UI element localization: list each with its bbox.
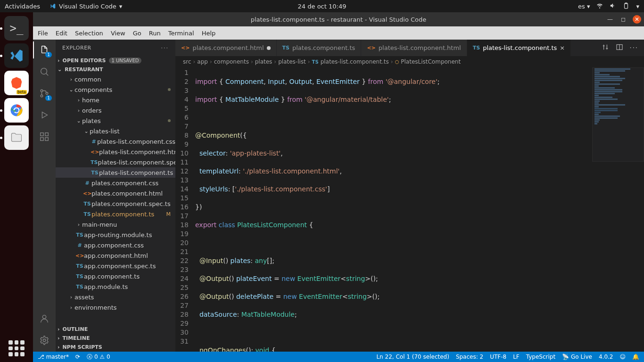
close-button[interactable]: ✕ [633, 15, 641, 24]
cursor-position[interactable]: Ln 22, Col 1 (70 selected) [376, 354, 449, 360]
tab-plates-html[interactable]: <>plates.component.html [175, 40, 277, 56]
file-plates-list-spec[interactable]: TSplates-list.component.spec.ts [56, 157, 175, 167]
vscode-icon [50, 3, 56, 9]
code-content[interactable]: import { Component, Input, Output, Event… [195, 67, 644, 352]
file-plates-list-html[interactable]: <>plates-list.component.html [56, 147, 175, 157]
menu-selection[interactable]: Selection [75, 30, 103, 37]
dock-chrome[interactable] [4, 98, 29, 123]
language-mode[interactable]: TypeScript [526, 354, 555, 360]
compare-changes-icon[interactable] [602, 43, 609, 52]
tab-plates-list-html[interactable]: <>plates-list.component.html [361, 40, 467, 56]
menu-bar: File Edit Selection View Go Run Terminal… [33, 26, 644, 40]
extensions-icon[interactable] [38, 130, 51, 143]
vscode-window: plates-list.component.ts - restaurant - … [33, 12, 644, 362]
more-actions-icon[interactable]: ··· [630, 44, 638, 51]
file-app-html[interactable]: <>app.component.html [56, 250, 175, 261]
folder-plates[interactable]: ⌄plates [56, 115, 175, 126]
workspace-header[interactable]: ⌄RESTAURANT [56, 65, 175, 74]
split-editor-icon[interactable] [616, 43, 623, 52]
dock-brave[interactable]: beta [4, 71, 29, 95]
ubuntu-dock: >_ beta [0, 12, 33, 362]
file-plates-html[interactable]: <>plates.component.html [56, 188, 175, 198]
file-app-ts[interactable]: TSapp.component.ts [56, 271, 175, 281]
folder-components[interactable]: ⌄components [56, 84, 175, 95]
settings-gear-icon[interactable] [38, 334, 51, 347]
line-number-gutter: 1234567891011121314151617181920212223242… [175, 67, 195, 352]
more-icon[interactable]: ··· [161, 45, 169, 51]
outline-header[interactable]: ›OUTLINE [56, 325, 175, 334]
menu-go[interactable]: Go [133, 30, 141, 37]
file-plates-list-ts[interactable]: TSplates-list.component.ts [56, 167, 175, 178]
status-bar: ⎇ master* ⟳ ⓧ 0 ⚠ 0 Ln 22, Col 1 (70 sel… [33, 352, 644, 362]
folder-home[interactable]: ›home [56, 95, 175, 105]
file-app-spec[interactable]: TSapp.component.spec.ts [56, 261, 175, 271]
file-plates-css[interactable]: #plates.component.css [56, 178, 175, 188]
volume-icon[interactable] [610, 2, 616, 10]
editor-group: <>plates.component.html TSplates.compone… [175, 40, 644, 352]
eol[interactable]: LF [513, 354, 520, 360]
run-debug-icon[interactable] [38, 108, 51, 122]
go-live[interactable]: 📡 Go Live [562, 354, 592, 360]
npm-scripts-header[interactable]: ›NPM SCRIPTS [56, 343, 175, 352]
wifi-icon[interactable] [596, 2, 603, 10]
clock[interactable]: 24 de oct 10:49 [298, 3, 347, 10]
file-app-module[interactable]: TSapp.module.ts [56, 281, 175, 292]
folder-common[interactable]: ›common [56, 74, 175, 84]
show-applications-button[interactable] [8, 340, 25, 356]
tab-plates-list-ts[interactable]: TSplates-list.component.ts× [467, 40, 571, 56]
folder-assets[interactable]: ›assets [56, 292, 175, 302]
svg-rect-0 [625, 3, 628, 8]
file-app-routing[interactable]: TSapp-routing.module.ts [56, 230, 175, 240]
minimap[interactable] [592, 67, 644, 162]
gnome-top-bar: Actividades Visual Studio Code ▾ 24 de o… [0, 0, 644, 12]
sync-icon[interactable]: ⟳ [75, 354, 80, 360]
maximize-button[interactable]: ◻ [619, 16, 627, 23]
app-menu[interactable]: Visual Studio Code ▾ [50, 3, 122, 10]
activities-button[interactable]: Actividades [5, 3, 40, 10]
tab-plates-ts[interactable]: TSplates.component.ts [277, 40, 362, 56]
folder-orders[interactable]: ›orders [56, 105, 175, 115]
ts-version[interactable]: 4.0.2 [599, 354, 613, 360]
file-plates-ts[interactable]: TSplates.component.tsM [56, 209, 175, 219]
feedback-icon[interactable]: ☺ [619, 354, 626, 360]
file-plates-list-css[interactable]: #plates-list.component.css [56, 136, 175, 147]
menu-view[interactable]: View [111, 30, 125, 37]
svg-point-13 [42, 315, 46, 319]
explorer-icon[interactable]: 1 [38, 43, 51, 57]
close-tab-icon[interactable]: × [560, 44, 565, 51]
open-editors-header[interactable]: ›OPEN EDITORS1 UNSAVED [56, 56, 175, 65]
sidebar-title: EXPLORER [62, 45, 91, 51]
notifications-icon[interactable]: 🔔 [632, 354, 639, 360]
svg-rect-11 [45, 138, 48, 140]
menu-file[interactable]: File [38, 30, 48, 37]
folder-main-menu[interactable]: ›main-menu [56, 219, 175, 230]
system-menu-chevron[interactable]: ▾ [636, 3, 639, 10]
encoding[interactable]: UTF-8 [490, 354, 506, 360]
menu-edit[interactable]: Edit [56, 30, 67, 37]
code-editor[interactable]: 1234567891011121314151617181920212223242… [175, 67, 644, 352]
folder-plates-list[interactable]: ⌄plates-list [56, 126, 175, 136]
timeline-header[interactable]: ›TIMELINE [56, 334, 175, 343]
battery-icon[interactable] [623, 2, 629, 10]
menu-run[interactable]: Run [149, 30, 161, 37]
file-plates-spec[interactable]: TSplates.component.spec.ts [56, 198, 175, 209]
dock-terminal[interactable]: >_ [4, 16, 29, 41]
indentation[interactable]: Spaces: 2 [456, 354, 483, 360]
menu-help[interactable]: Help [202, 30, 216, 37]
source-control-icon[interactable]: 1 [38, 87, 51, 100]
explorer-sidebar: EXPLORER ··· ›OPEN EDITORS1 UNSAVED ⌄RES… [56, 40, 175, 352]
dock-files[interactable] [4, 125, 29, 150]
svg-point-14 [43, 339, 46, 342]
svg-point-7 [41, 95, 43, 97]
file-app-css[interactable]: #app.component.css [56, 240, 175, 250]
dock-vscode[interactable] [4, 43, 29, 68]
breadcrumb[interactable]: src› app› components› plates› plates-lis… [175, 56, 644, 67]
minimize-button[interactable]: — [606, 16, 614, 23]
menu-terminal[interactable]: Terminal [168, 30, 194, 37]
branch-indicator[interactable]: ⎇ master* [38, 354, 69, 360]
language-indicator[interactable]: es ▾ [578, 3, 590, 10]
folder-environments[interactable]: ›environments [56, 302, 175, 313]
errors-warnings[interactable]: ⓧ 0 ⚠ 0 [87, 353, 110, 361]
accounts-icon[interactable] [38, 312, 51, 325]
search-icon[interactable] [38, 65, 51, 78]
